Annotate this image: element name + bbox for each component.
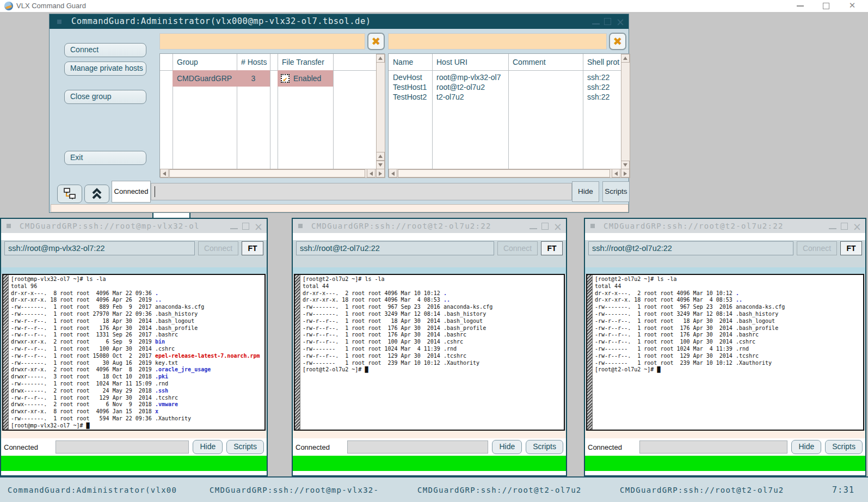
column-header-hosts[interactable]: # Hosts: [241, 54, 267, 70]
ft-button[interactable]: FT: [541, 241, 563, 255]
v-scrollbar[interactable]: [621, 54, 630, 169]
command-input[interactable]: [56, 440, 189, 454]
terminal-scrollbar[interactable]: [3, 275, 9, 430]
taskbar-item-commandguard[interactable]: CommandGuard:Administrator(vlx00: [8, 477, 177, 502]
host-row-uri[interactable]: root@t2-ol7u2: [436, 82, 485, 92]
column-header-comment[interactable]: Comment: [513, 54, 546, 70]
host-row-name[interactable]: DevHost: [393, 72, 422, 82]
close-icon[interactable]: ×: [254, 222, 263, 231]
main-titlebar[interactable]: CommandGuard:Administrator(vlx000@mp-vlx…: [50, 14, 629, 29]
host-tree-button[interactable]: [57, 185, 82, 203]
scroll-up-button[interactable]: [621, 54, 630, 63]
connect-button[interactable]: Connect: [64, 43, 146, 57]
command-input[interactable]: [347, 440, 488, 454]
maximize-icon[interactable]: [604, 18, 611, 25]
taskbar-item-terminal-1[interactable]: CMDGuardGRP:ssh://root@mp-vlx32-: [210, 477, 379, 502]
hosts-panel-close-button[interactable]: ✖: [609, 33, 626, 50]
maximize-icon[interactable]: [841, 223, 848, 230]
status-tab[interactable]: Connected: [112, 181, 151, 203]
spacer-strip: [293, 233, 566, 240]
address-input[interactable]: [4, 241, 195, 255]
scripts-button[interactable]: Scripts: [602, 181, 630, 202]
exit-button[interactable]: Exit: [64, 151, 146, 165]
host-row-name[interactable]: TestHost1: [393, 82, 427, 92]
host-row-shell[interactable]: ssh:22: [587, 92, 610, 102]
column-header-shell-protocol[interactable]: Shell prot: [587, 54, 619, 70]
hide-button[interactable]: Hide: [193, 440, 223, 454]
taskbar-item-terminal-2[interactable]: CMDGuardGRP:ssh://root@t2-ol7u2: [417, 477, 582, 502]
hide-button[interactable]: Hide: [791, 440, 821, 454]
collapse-button[interactable]: [84, 185, 109, 203]
scroll-up-button[interactable]: [376, 152, 385, 161]
manage-private-hosts-button[interactable]: Manage private hosts: [64, 62, 146, 76]
host-row-uri[interactable]: root@mp-vlx32-ol7: [436, 72, 501, 82]
window-menu-icon[interactable]: [298, 224, 303, 228]
scroll-left-button[interactable]: [160, 169, 169, 177]
connect-button[interactable]: Connect: [497, 241, 538, 255]
ft-button[interactable]: FT: [840, 241, 862, 255]
column-header-host-uri[interactable]: Host URI: [436, 54, 467, 70]
close-icon[interactable]: ×: [553, 222, 563, 231]
maximize-icon[interactable]: [541, 223, 549, 230]
address-input[interactable]: [588, 241, 793, 255]
os-minimize-icon[interactable]: [792, 0, 808, 12]
close-icon[interactable]: ×: [852, 222, 862, 231]
scroll-left-button[interactable]: [612, 169, 620, 177]
close-group-button[interactable]: Close group: [64, 90, 146, 104]
scroll-left-button[interactable]: [389, 169, 397, 177]
taskbar-item-terminal-3[interactable]: CMDGuardGRP:ssh://root@t2-ol7u2: [620, 477, 784, 502]
address-input[interactable]: [296, 241, 494, 255]
connect-button[interactable]: Connect: [198, 241, 238, 255]
scroll-down-button[interactable]: [376, 161, 385, 169]
hide-button[interactable]: Hide: [492, 440, 522, 454]
command-input[interactable]: [151, 183, 572, 200]
column-header-group[interactable]: Group: [177, 54, 198, 70]
command-input[interactable]: [639, 440, 787, 454]
column-header-name[interactable]: Name: [393, 54, 413, 70]
scroll-left-button[interactable]: [367, 169, 375, 177]
file-transfer-checkbox[interactable]: ✔: [281, 74, 290, 83]
minimize-icon[interactable]: [530, 224, 537, 229]
minimize-icon[interactable]: [829, 224, 836, 229]
column-header-file-transfer[interactable]: File Transfer: [282, 54, 324, 70]
maximize-icon[interactable]: [242, 223, 249, 230]
terminal-titlebar[interactable]: CMDGuardGRP:ssh://root@t2-ol7u2:22 ×: [293, 219, 566, 233]
connect-button[interactable]: Connect: [797, 241, 837, 255]
group-name-cell[interactable]: CMDGuardGRP: [177, 70, 232, 87]
terminal-titlebar[interactable]: CMDGuardGRP:ssh://root@t2-ol7u2:22 ×: [585, 219, 865, 233]
scroll-up-button[interactable]: [376, 54, 385, 63]
window-menu-icon[interactable]: [7, 224, 11, 228]
scroll-down-button[interactable]: [621, 161, 630, 169]
terminal-titlebar[interactable]: CMDGuardGRP:ssh://root@mp-vlx32-ol ×: [1, 219, 267, 233]
h-scroll-thumb[interactable]: [398, 169, 610, 177]
host-row-shell[interactable]: ssh:22: [587, 72, 610, 82]
scripts-button[interactable]: Scripts: [825, 440, 863, 454]
terminal-window-3: CMDGuardGRP:ssh://root@t2-ol7u2:22 × Con…: [584, 218, 866, 476]
terminal-output[interactable]: [root@t2-ol7u2 ~]# ls -latotal 44dr-xr-x…: [586, 274, 864, 431]
host-row-shell[interactable]: ssh:22: [587, 82, 610, 92]
scripts-button[interactable]: Scripts: [526, 440, 563, 454]
minimize-icon[interactable]: [230, 224, 238, 229]
ft-button[interactable]: FT: [242, 241, 263, 255]
os-maximize-icon[interactable]: [818, 0, 834, 12]
status-label: Connected: [296, 443, 343, 451]
scroll-right-button[interactable]: [621, 169, 630, 177]
os-close-icon[interactable]: ✕: [844, 0, 860, 12]
host-row-uri[interactable]: t2-ol7u2: [436, 92, 464, 102]
terminal-output[interactable]: [root@mp-vlx32-ol7 ~]# ls -latotal 96dr-…: [2, 274, 266, 431]
hide-button[interactable]: Hide: [572, 181, 599, 202]
scripts-button[interactable]: Scripts: [226, 440, 264, 454]
window-menu-icon[interactable]: [590, 224, 595, 228]
terminal-scrollbar[interactable]: [295, 275, 300, 430]
close-icon[interactable]: ×: [615, 17, 625, 27]
file-transfer-cell[interactable]: Enabled: [293, 70, 321, 87]
host-row-name[interactable]: TestHost2: [393, 92, 427, 102]
scroll-right-button[interactable]: [376, 169, 385, 177]
terminal-scrollbar[interactable]: [587, 275, 593, 430]
group-hosts-cell[interactable]: 3: [237, 70, 270, 87]
window-menu-icon[interactable]: [57, 20, 61, 24]
terminal-output[interactable]: [root@t2-ol7u2 ~]# ls -latotal 44dr-xr-x…: [294, 274, 565, 431]
groups-panel-close-button[interactable]: ✖: [367, 33, 385, 50]
h-scroll-thumb[interactable]: [169, 169, 365, 177]
minimize-icon[interactable]: [592, 19, 600, 25]
